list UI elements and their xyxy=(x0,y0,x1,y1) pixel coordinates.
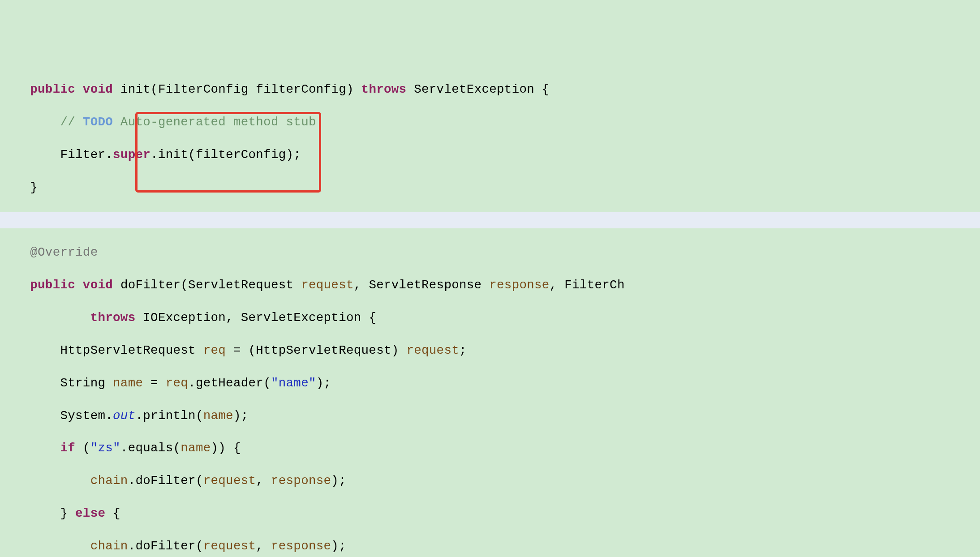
code-line: chain.doFilter(request, response); xyxy=(0,538,980,554)
keyword-void: void xyxy=(83,82,113,96)
text: ); xyxy=(331,539,346,553)
keyword-public: public xyxy=(30,82,75,96)
code-line: throws IOException, ServletException { xyxy=(0,310,980,326)
pad: String xyxy=(0,376,113,390)
text: = xyxy=(143,376,165,390)
code-line: @Override xyxy=(0,244,980,261)
code-line: chain.doFilter(request, response); xyxy=(0,473,980,489)
pad: Filter. xyxy=(0,148,113,162)
code-editor[interactable]: public void init(FilterConfig filterConf… xyxy=(0,65,980,557)
pad xyxy=(0,278,30,292)
var-response: response xyxy=(489,278,549,292)
text: init(FilterConfig filterConfig) xyxy=(113,82,361,96)
var-request: request xyxy=(203,539,256,553)
pad xyxy=(0,441,60,455)
keyword-throws: throws xyxy=(361,82,407,96)
keyword-throws: throws xyxy=(90,311,136,325)
pad xyxy=(0,115,60,129)
code-line: } xyxy=(0,180,980,196)
text: .getHeader( xyxy=(188,376,271,390)
text: { xyxy=(105,506,120,520)
comment: // TODO Auto-generated method stub xyxy=(60,115,316,129)
text: = (HttpServletRequest) xyxy=(226,343,406,357)
text: , xyxy=(256,539,271,553)
var-req: req xyxy=(166,376,188,390)
keyword-void: void xyxy=(83,278,113,292)
comment-text: Auto-generated method stub xyxy=(113,115,316,129)
todo-tag: TODO xyxy=(83,115,113,129)
code-line: } else { xyxy=(0,506,980,522)
pad xyxy=(0,539,90,553)
text: ; xyxy=(459,343,467,357)
text: .doFilter( xyxy=(128,474,203,488)
var-request: request xyxy=(301,278,354,292)
var-request: request xyxy=(406,343,459,357)
code-line: public void doFilter(ServletRequest requ… xyxy=(0,277,980,293)
text: .equals( xyxy=(120,441,181,455)
code-line: HttpServletRequest req = (HttpServletReq… xyxy=(0,343,980,359)
string-literal: "zs" xyxy=(90,441,120,455)
text: doFilter(ServletRequest xyxy=(113,278,301,292)
text: .init(filterConfig); xyxy=(150,148,301,162)
var-response: response xyxy=(271,474,331,488)
keyword-super: super xyxy=(113,148,150,162)
text: .doFilter( xyxy=(128,539,203,553)
text: ); xyxy=(233,409,249,423)
pad xyxy=(0,245,30,259)
text: ( xyxy=(75,441,90,455)
text: ); xyxy=(331,474,346,488)
field-out: out xyxy=(113,409,135,423)
pad xyxy=(0,474,90,488)
var-name: name xyxy=(203,409,233,423)
text: ServletException { xyxy=(406,82,549,96)
var-response: response xyxy=(271,539,331,553)
pad: HttpServletRequest xyxy=(0,343,203,357)
text: , xyxy=(256,474,271,488)
keyword-public: public xyxy=(30,278,75,292)
var-chain: chain xyxy=(90,539,128,553)
keyword-if: if xyxy=(60,441,75,455)
comment-slashes: // xyxy=(60,115,82,129)
text: , ServletResponse xyxy=(354,278,489,292)
code-line: public void init(FilterConfig filterConf… xyxy=(0,81,980,98)
var-name: name xyxy=(181,441,211,455)
string-literal: "name" xyxy=(271,376,316,390)
pad xyxy=(0,311,90,325)
blank-line-highlight xyxy=(0,212,980,228)
var-name: name xyxy=(113,376,143,390)
pad: System. xyxy=(0,409,113,423)
code-line: Filter.super.init(filterConfig); xyxy=(0,147,980,163)
code-line: // TODO Auto-generated method stub xyxy=(0,114,980,130)
keyword-else: else xyxy=(75,506,105,520)
code-line: if ("zs".equals(name)) { xyxy=(0,440,980,456)
var-req: req xyxy=(203,343,226,357)
annotation-override: @Override xyxy=(30,245,98,259)
text: )) { xyxy=(211,441,241,455)
text: , FilterCh xyxy=(550,278,625,292)
code-line: String name = req.getHeader("name"); xyxy=(0,375,980,391)
var-request: request xyxy=(203,474,256,488)
var-chain: chain xyxy=(90,474,128,488)
text: IOException, ServletException { xyxy=(135,311,376,325)
code-line: System.out.println(name); xyxy=(0,408,980,424)
text: ); xyxy=(316,376,331,390)
text: .println( xyxy=(135,409,203,423)
pad: } xyxy=(0,506,75,520)
